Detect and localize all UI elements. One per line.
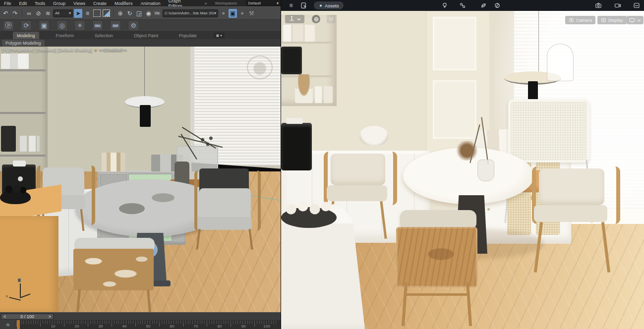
menu-group[interactable]: Group (53, 1, 65, 6)
time-slider-grip[interactable]: < 0 / 100 > (1, 314, 54, 320)
shelf-board[interactable] (0, 155, 46, 157)
screen-sync-dropdown[interactable] (627, 16, 644, 24)
select-object-icon[interactable]: ➤ (74, 9, 82, 18)
redo-icon[interactable]: ↷ (11, 9, 19, 18)
transform-tool-dropdown[interactable] (285, 15, 304, 23)
refresh-sync-icon[interactable]: ⟳ (21, 20, 32, 31)
coordinate-space-button[interactable] (312, 15, 320, 23)
current-frame-marker[interactable] (17, 320, 20, 329)
workspaces-dropdown[interactable]: Default ▾ (246, 0, 281, 6)
next-frame-icon[interactable]: > (49, 314, 51, 319)
select-and-place-icon[interactable]: ◉ (144, 9, 153, 18)
light-export-icon[interactable]: ☀ (74, 20, 85, 31)
tab-selection[interactable]: Selection (91, 32, 117, 39)
save-scene-toggle-icon[interactable]: ▣ (229, 9, 237, 18)
undo-icon[interactable]: ↶ (1, 9, 10, 18)
ribbon-config-dropdown[interactable]: ▣ ▾ (214, 33, 225, 38)
max-viewport[interactable]: ✦ z (0, 47, 281, 312)
viewport-pov-menu[interactable]: [Perspective] (8, 48, 34, 53)
select-and-link-icon[interactable]: ∞ (25, 9, 33, 18)
tab-object-paint[interactable]: Object Paint (130, 32, 162, 39)
render-white-bowl[interactable] (359, 126, 388, 146)
render-shelf-cups[interactable] (315, 86, 333, 103)
render-shelf-board[interactable] (281, 42, 335, 44)
track-bar[interactable]: ≋ 10 20 30 40 50 60 70 80 90 100 (0, 320, 281, 329)
filter-funnel-icon[interactable]: ▼ (94, 48, 98, 53)
bowl-contents[interactable] (3, 185, 27, 193)
display-mode-button[interactable]: Display (597, 16, 627, 24)
environment-weather-icon[interactable] (493, 1, 501, 9)
shelf-boxes[interactable] (1, 54, 29, 69)
rattan-chair-back[interactable] (508, 99, 589, 163)
right-chair-frame[interactable] (194, 170, 261, 231)
menu-tablet[interactable] (281, 47, 302, 74)
d5a-file-icon[interactable]: D5A (92, 20, 103, 31)
render-figurine[interactable] (295, 74, 313, 103)
viewport-renderer-menu[interactable]: [Standard] (36, 48, 57, 53)
menu-create[interactable]: Create (93, 1, 107, 6)
menu-file[interactable]: File (4, 1, 11, 6)
select-and-move-icon[interactable]: ⊕ (116, 9, 124, 18)
polygon-modeling-panel[interactable]: Polygon Modeling (2, 40, 45, 46)
window-crossing-icon[interactable] (102, 9, 111, 18)
render-pendant-rod[interactable] (538, 11, 539, 74)
d5-sync-pause-icon[interactable]: Ⓟ (3, 20, 14, 31)
menu-tools[interactable]: Tools (35, 1, 45, 6)
snap-toggle-button[interactable] (327, 15, 335, 23)
render-coffee-machine[interactable] (281, 123, 312, 170)
back-chair-wood-back[interactable] (73, 249, 154, 290)
unlink-selection-icon[interactable]: ⊘ (34, 9, 43, 18)
import-model-icon[interactable] (300, 1, 308, 9)
light-bulb-icon[interactable] (441, 1, 449, 9)
viewport-filter-state[interactable]: <<Disabled>> (99, 48, 127, 53)
tab-freeform[interactable]: Freeform (52, 32, 78, 39)
time-slider-track[interactable]: < 0 / 100 > (0, 312, 281, 320)
bind-to-space-warp-icon[interactable]: ≋ (44, 9, 52, 18)
render-right-chair-back-cushion[interactable] (539, 168, 604, 205)
render-video-icon[interactable] (614, 1, 622, 9)
shelf-board[interactable] (0, 69, 46, 71)
camera-view-button[interactable]: Camera (565, 16, 595, 24)
render-shelf-items[interactable] (283, 25, 315, 42)
project-path-dropdown[interactable]: C:\Users\Adm...3ds Max 2023 ▾ (163, 9, 218, 17)
material-icon[interactable] (459, 1, 467, 9)
dried-flower-head[interactable] (456, 141, 478, 161)
coffee-machine-cup[interactable] (13, 161, 26, 166)
select-by-name-icon[interactable]: ≡ (83, 9, 92, 18)
plant-leaves[interactable] (196, 134, 217, 149)
pendant-rod[interactable] (144, 47, 145, 98)
render-left-chair-seat[interactable] (327, 185, 387, 201)
wall-frame[interactable] (433, 80, 476, 139)
selection-filter-dropdown[interactable]: All ▾ (53, 9, 73, 17)
menu-animation[interactable]: Animation (140, 1, 160, 6)
rectangular-selection-region-icon[interactable] (93, 9, 101, 18)
white-spheres[interactable] (282, 198, 332, 218)
plugin-settings-gear-icon[interactable]: ⚙ (128, 20, 139, 31)
viewport-shading-menu[interactable]: [Default Shading] (58, 48, 92, 53)
menu-views[interactable]: Views (73, 1, 85, 6)
video-export-icon[interactable]: ▣ (39, 20, 50, 31)
render-image-camera-icon[interactable] (594, 1, 602, 9)
menu-edit[interactable]: Edit (19, 1, 27, 6)
mini-curve-editor-icon[interactable]: ≋ (0, 320, 16, 329)
select-and-rotate-icon[interactable]: ↻ (125, 9, 134, 18)
previous-frame-icon[interactable]: < (3, 314, 6, 319)
foliage-leaf-icon[interactable] (479, 1, 487, 9)
shelf-board[interactable] (0, 112, 46, 114)
shelf-cups[interactable] (20, 136, 40, 152)
glass-bell-jar[interactable] (547, 44, 574, 81)
toolbar-flyout-icon[interactable]: » (238, 9, 246, 18)
front-chair-crossbar[interactable] (405, 293, 469, 296)
glass-vase[interactable] (477, 160, 494, 181)
render-right-chair-seat[interactable] (534, 205, 607, 222)
toolbar-flyout-icon[interactable]: » (219, 9, 228, 18)
front-chair-wood-back[interactable] (396, 227, 477, 287)
menu-modifiers[interactable]: Modifiers (115, 1, 133, 6)
tab-modeling[interactable]: Modeling (13, 32, 39, 39)
render-left-chair-back-cushion[interactable] (331, 154, 385, 185)
render-queue-icon[interactable] (633, 1, 641, 9)
books-stack[interactable] (102, 153, 125, 171)
camera-export-icon[interactable]: ◎ (57, 20, 67, 31)
lamp-body[interactable] (140, 105, 151, 127)
assets-button[interactable]: ✦ Assets (314, 1, 344, 9)
